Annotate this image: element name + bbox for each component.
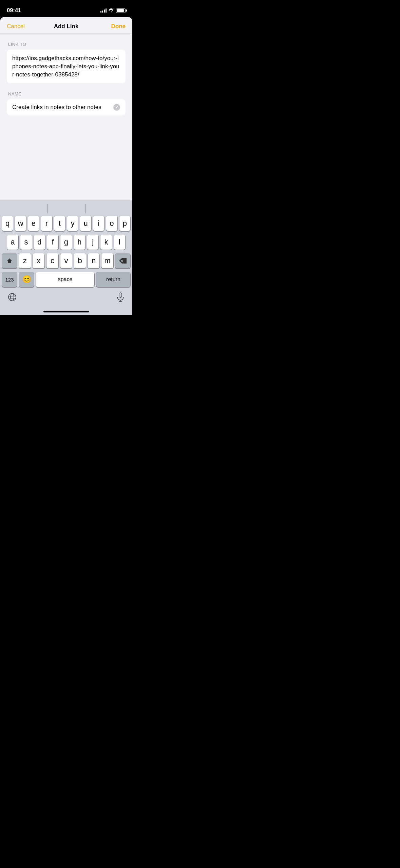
keyboard-row-3: z x c v b n m bbox=[1, 253, 131, 268]
key-i[interactable]: i bbox=[93, 216, 104, 231]
mic-icon[interactable] bbox=[116, 292, 125, 304]
key-p[interactable]: p bbox=[119, 216, 130, 231]
signal-icon bbox=[100, 8, 107, 13]
globe-icon[interactable] bbox=[8, 293, 17, 304]
key-l[interactable]: l bbox=[114, 235, 125, 250]
status-icons bbox=[100, 8, 126, 13]
battery-icon bbox=[116, 8, 126, 13]
name-label: NAME bbox=[7, 91, 126, 96]
home-indicator-area bbox=[0, 311, 132, 315]
key-b[interactable]: b bbox=[74, 253, 86, 268]
status-bar: 09:41 bbox=[0, 0, 132, 17]
key-k[interactable]: k bbox=[100, 235, 112, 250]
name-input-row[interactable]: Create links in notes to other notes bbox=[7, 99, 126, 115]
name-input-text: Create links in notes to other notes bbox=[12, 104, 113, 111]
key-t[interactable]: t bbox=[54, 216, 65, 231]
done-button[interactable]: Done bbox=[105, 23, 126, 30]
key-w[interactable]: w bbox=[15, 216, 26, 231]
add-link-sheet: Cancel Add Link Done LINK TO https://ios… bbox=[0, 17, 132, 200]
home-indicator-bar bbox=[43, 311, 89, 312]
return-key[interactable]: return bbox=[96, 272, 130, 287]
backspace-key[interactable] bbox=[115, 253, 130, 268]
key-g[interactable]: g bbox=[60, 235, 72, 250]
key-j[interactable]: j bbox=[87, 235, 98, 250]
keyboard-row-2: a s d f g h j k l bbox=[1, 235, 131, 250]
key-r[interactable]: r bbox=[41, 216, 52, 231]
key-a[interactable]: a bbox=[7, 235, 18, 250]
shift-key[interactable] bbox=[2, 253, 17, 268]
cursor-line-right bbox=[85, 204, 85, 213]
keyboard-row-1: q w e r t y u i o p bbox=[1, 216, 131, 231]
keyboard-bottom-bar bbox=[1, 290, 131, 311]
key-u[interactable]: u bbox=[80, 216, 91, 231]
key-m[interactable]: m bbox=[101, 253, 113, 268]
name-group: NAME Create links in notes to other note… bbox=[7, 91, 126, 115]
svg-rect-4 bbox=[119, 293, 122, 297]
key-x[interactable]: x bbox=[33, 253, 45, 268]
cursor-line-area bbox=[1, 204, 131, 213]
key-f[interactable]: f bbox=[47, 235, 58, 250]
link-to-group: LINK TO https://ios.gadgethacks.com/how-… bbox=[7, 42, 126, 83]
key-n[interactable]: n bbox=[88, 253, 100, 268]
numbers-key[interactable]: 123 bbox=[2, 272, 17, 287]
keyboard: q w e r t y u i o p a s d f g h j k l z … bbox=[0, 200, 132, 311]
key-y[interactable]: y bbox=[67, 216, 78, 231]
sheet-title: Add Link bbox=[27, 23, 105, 30]
form-area: LINK TO https://ios.gadgethacks.com/how-… bbox=[0, 34, 132, 115]
svg-point-1 bbox=[11, 293, 14, 301]
key-c[interactable]: c bbox=[46, 253, 58, 268]
key-v[interactable]: v bbox=[60, 253, 72, 268]
key-q[interactable]: q bbox=[2, 216, 13, 231]
emoji-key[interactable]: 😊 bbox=[19, 272, 34, 287]
keyboard-row-4: 123 😊 space return bbox=[1, 272, 131, 287]
status-time: 09:41 bbox=[7, 7, 21, 14]
nav-bar: Cancel Add Link Done bbox=[0, 17, 132, 34]
key-z[interactable]: z bbox=[19, 253, 31, 268]
link-to-label: LINK TO bbox=[7, 42, 126, 47]
wifi-icon bbox=[109, 8, 114, 13]
key-h[interactable]: h bbox=[74, 235, 85, 250]
cancel-button[interactable]: Cancel bbox=[7, 23, 27, 30]
link-to-input[interactable]: https://ios.gadgethacks.com/how-to/your-… bbox=[7, 50, 126, 83]
key-d[interactable]: d bbox=[34, 235, 45, 250]
cursor-line-left bbox=[47, 204, 47, 213]
key-e[interactable]: e bbox=[28, 216, 39, 231]
clear-name-button[interactable] bbox=[113, 104, 120, 111]
svg-point-0 bbox=[8, 293, 16, 301]
space-key[interactable]: space bbox=[36, 272, 94, 287]
key-o[interactable]: o bbox=[106, 216, 117, 231]
key-s[interactable]: s bbox=[20, 235, 32, 250]
